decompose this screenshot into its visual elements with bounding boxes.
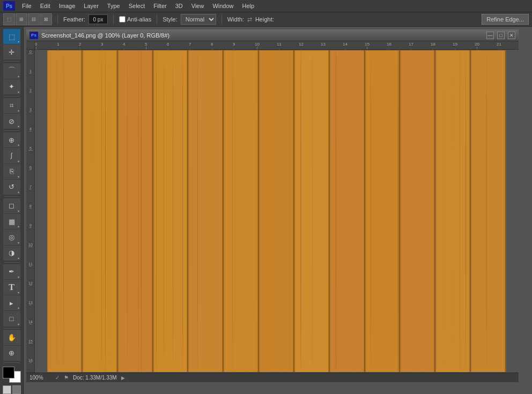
menu-type[interactable]: Type	[104, 2, 124, 10]
rectangle-tool[interactable]: □ ▾	[3, 311, 20, 326]
toolbox: ⬚ ▾ ✛ ⌒ ▾ ✦ ▾ ⌗ ▾ ⊘ ▾ ⊕	[0, 27, 24, 394]
healing-icon: ⊕	[9, 136, 14, 144]
menu-image[interactable]: Image	[55, 2, 79, 10]
anti-alias-label: Anti-alias	[119, 16, 151, 23]
gradient-arrow: ▾	[18, 225, 19, 228]
blur-tool[interactable]: ◎ ▾	[3, 229, 20, 244]
pen-icon: ✒	[9, 267, 14, 276]
document-inner: 012345678910111213141516171819202122 012…	[26, 41, 519, 382]
move-tool[interactable]: ✛	[3, 44, 20, 60]
document-title-bar: Ps Screenshot_146.png @ 100% (Layer 0, R…	[26, 29, 519, 41]
doc-ps-logo: Ps	[29, 32, 38, 39]
quick-mask-area	[3, 385, 21, 394]
quick-mask-btn[interactable]	[12, 385, 21, 394]
canvas-content[interactable]	[35, 50, 519, 373]
ruler-corner	[26, 41, 35, 50]
clone-stamp-tool[interactable]: ⎘ ▾	[3, 164, 20, 179]
hand-icon: ✋	[8, 333, 16, 341]
gradient-icon: ▦	[9, 218, 15, 226]
tool-sep-7	[4, 362, 20, 363]
menu-3d[interactable]: 3D	[172, 2, 187, 10]
subtract-selection-icon[interactable]: ⊟	[28, 13, 40, 25]
crop-icon: ⌗	[10, 101, 13, 110]
gradient-tool[interactable]: ▦ ▾	[3, 214, 20, 229]
status-expand-arrow[interactable]: ▶	[121, 375, 125, 381]
history-brush-tool[interactable]: ↺ ▾	[3, 180, 20, 195]
menu-view[interactable]: View	[188, 2, 208, 10]
main-area: ⬚ ▾ ✛ ⌒ ▾ ✦ ▾ ⌗ ▾ ⊘ ▾ ⊕	[0, 27, 532, 394]
dodge-tool[interactable]: ◑ ▾	[3, 246, 20, 261]
normal-mode-btn[interactable]	[3, 385, 11, 394]
hand-tool[interactable]: ✋	[3, 330, 20, 345]
document-size: Doc: 1.33M/1.33M	[73, 375, 117, 381]
new-selection-icon[interactable]: ⬚	[3, 13, 15, 25]
eraser-arrow: ▾	[18, 209, 19, 213]
menu-filter[interactable]: Filter	[150, 2, 170, 10]
feather-label: Feather:	[63, 16, 85, 23]
style-select[interactable]: Normal	[181, 14, 216, 25]
eraser-tool[interactable]: ◻ ▾	[3, 198, 20, 213]
minimize-button[interactable]: —	[486, 32, 494, 39]
brush-icon: ∫	[11, 152, 12, 159]
width-swap-icon[interactable]: ⇄	[247, 16, 252, 23]
menu-file[interactable]: File	[18, 2, 35, 10]
lasso-icon: ⌒	[8, 66, 16, 76]
canvas-scroll: 012345678910111213141516	[26, 50, 519, 373]
menu-layer[interactable]: Layer	[80, 2, 102, 10]
sep2	[113, 14, 114, 25]
quick-select-arrow: ▾	[18, 90, 19, 94]
path-select-arrow: ▾	[18, 306, 19, 310]
brush-arrow: ▾	[18, 159, 19, 163]
ps-logo: Ps	[3, 1, 15, 11]
style-label: Style:	[162, 16, 178, 23]
tool-sep-4	[4, 196, 20, 197]
tool-sep-5	[4, 262, 20, 263]
pen-tool[interactable]: ✒ ▾	[3, 264, 20, 279]
menu-window[interactable]: Window	[209, 2, 237, 10]
maximize-button[interactable]: □	[497, 32, 505, 39]
crop-tool[interactable]: ⌗ ▾	[3, 98, 20, 113]
history-brush-icon: ↺	[9, 183, 14, 191]
document-title: Screenshot_146.png @ 100% (Layer 0, RGB/…	[41, 32, 483, 39]
refine-edge-button[interactable]: Refine Edge...	[482, 14, 529, 25]
marquee-tool[interactable]: ⬚ ▾	[3, 29, 20, 44]
zoom-icon: ⊕	[9, 349, 14, 357]
eyedropper-icon: ⊘	[9, 117, 14, 125]
horizontal-ruler: 012345678910111213141516171819202122	[35, 41, 519, 50]
eraser-icon: ◻	[9, 202, 14, 210]
text-tool[interactable]: T ▾	[3, 280, 20, 295]
foreground-color-swatch[interactable]	[3, 367, 14, 378]
sep4	[221, 14, 222, 25]
zoom-tool[interactable]: ⊕	[3, 346, 20, 361]
zoom-level: 100%	[29, 375, 51, 381]
intersect-selection-icon[interactable]: ⊠	[40, 13, 52, 25]
menu-bar: Ps File Edit Image Layer Type Select Fil…	[0, 0, 532, 12]
tool-sep-3	[4, 130, 20, 131]
vertical-ruler: 012345678910111213141516	[26, 50, 35, 373]
close-button[interactable]: ✕	[508, 32, 515, 39]
menu-edit[interactable]: Edit	[36, 2, 54, 10]
feather-input[interactable]	[88, 14, 108, 24]
status-flag-icon: ⚑	[64, 375, 69, 381]
menu-select[interactable]: Select	[125, 2, 149, 10]
anti-alias-checkbox[interactable]	[119, 16, 125, 23]
path-selection-tool[interactable]: ▸ ▾	[3, 295, 20, 310]
lasso-arrow: ▾	[18, 75, 19, 78]
menu-help[interactable]: Help	[239, 2, 258, 10]
document-window: Ps Screenshot_146.png @ 100% (Layer 0, R…	[26, 29, 519, 383]
marquee-icon-group: ⬚ ⊞ ⊟ ⊠	[3, 13, 52, 25]
sep1	[57, 14, 58, 25]
healing-arrow: ▾	[18, 143, 19, 147]
add-selection-icon[interactable]: ⊞	[16, 13, 27, 25]
brush-tool[interactable]: ∫ ▾	[3, 148, 20, 163]
blur-arrow: ▾	[18, 241, 19, 244]
canvas-area: Ps Screenshot_146.png @ 100% (Layer 0, R…	[24, 27, 532, 394]
healing-brush-tool[interactable]: ⊕ ▾	[3, 132, 20, 147]
clone-stamp-icon: ⎘	[10, 167, 14, 175]
eyedropper-tool[interactable]: ⊘ ▾	[3, 114, 20, 129]
rectangle-arrow: ▾	[18, 322, 19, 326]
quick-select-icon: ✦	[9, 83, 14, 91]
quick-select-tool[interactable]: ✦ ▾	[3, 79, 20, 94]
lasso-tool[interactable]: ⌒ ▾	[3, 63, 20, 78]
zoom-display-area: 100%	[29, 375, 51, 381]
